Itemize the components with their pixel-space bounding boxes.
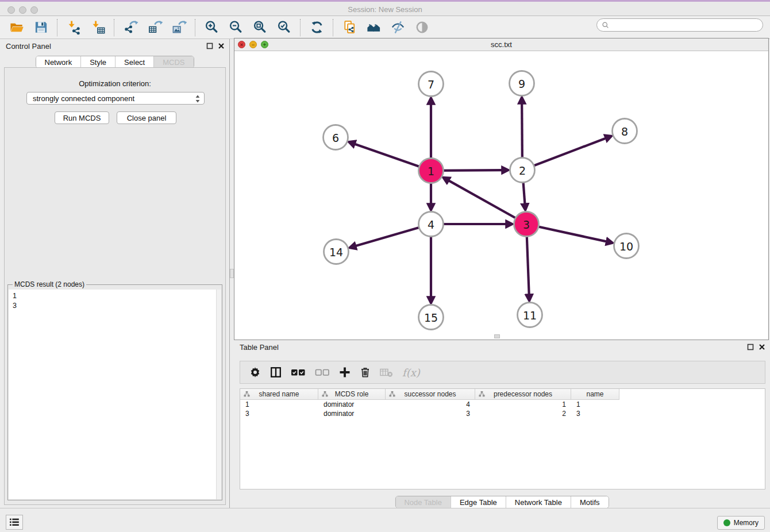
status-bar: Memory (0, 508, 770, 532)
import-table-icon[interactable] (88, 18, 107, 37)
delete-table-icon[interactable] (380, 368, 393, 377)
zoom-selected-icon[interactable] (274, 18, 294, 37)
graph-node-9[interactable]: 9 (510, 71, 534, 96)
canvas-scroll-handle[interactable] (494, 334, 500, 338)
delete-row-icon[interactable] (360, 367, 371, 378)
column-header-predecessor-nodes[interactable]: predecessor nodes (475, 389, 571, 400)
memory-button[interactable]: Memory (717, 516, 765, 530)
graph-node-6[interactable]: 6 (324, 125, 348, 150)
table-cell[interactable]: 4 (386, 400, 475, 408)
float-table-panel-icon[interactable] (747, 344, 754, 350)
close-table-panel-icon[interactable] (759, 344, 765, 350)
mcds-result-textarea[interactable]: 1 3 (9, 290, 221, 499)
select-all-icon[interactable] (291, 368, 306, 377)
tab-style[interactable]: Style (80, 56, 115, 68)
graph-node-1[interactable]: 1 (419, 159, 444, 183)
memory-status-icon (723, 519, 730, 526)
svg-text:1: 1 (428, 165, 434, 178)
mcds-panel: Optimization criterion: strongly connect… (4, 67, 226, 505)
table-cell[interactable]: 3 (386, 410, 475, 418)
table-row[interactable]: 1dominator411 (240, 400, 765, 409)
tab-node-table[interactable]: Node Table (395, 496, 451, 508)
svg-text:14: 14 (329, 246, 343, 259)
svg-text:9: 9 (518, 78, 525, 90)
table-cell[interactable]: 3 (240, 410, 318, 418)
zoom-out-icon[interactable] (226, 18, 245, 37)
run-mcds-button[interactable]: Run MCDS (55, 111, 109, 124)
node-table: shared nameMCDS rolesuccessor nodesprede… (240, 388, 765, 489)
result-scrollbar[interactable] (216, 290, 221, 499)
tab-select[interactable]: Select (115, 56, 153, 68)
zoom-in-icon[interactable] (202, 18, 221, 37)
float-panel-icon[interactable] (206, 43, 213, 49)
show-all-networks-icon[interactable] (364, 18, 383, 37)
search-box[interactable] (596, 18, 763, 32)
column-header-name[interactable]: name (571, 389, 619, 400)
column-header-shared-name[interactable]: shared name (240, 389, 318, 400)
svg-text:6: 6 (332, 132, 339, 144)
mcds-result-text: 1 3 (9, 290, 221, 311)
graph-node-8[interactable]: 8 (613, 119, 637, 144)
criterion-select[interactable]: strongly connected component (26, 92, 205, 105)
svg-text:4: 4 (428, 218, 434, 231)
tab-network[interactable]: Network (36, 56, 80, 68)
app-titlebar: Session: New Session (0, 0, 770, 16)
export-network-icon[interactable] (121, 18, 140, 37)
panel-splitter[interactable] (230, 39, 234, 508)
table-cell[interactable]: 2 (475, 410, 571, 418)
tree-icon (322, 391, 328, 398)
splitter-handle[interactable] (230, 269, 234, 278)
table-row[interactable]: 3dominator323 (240, 409, 765, 418)
toggle-style-icon[interactable] (388, 18, 407, 37)
open-session-icon[interactable] (7, 18, 26, 37)
close-panel-icon[interactable] (218, 43, 225, 49)
tab-mcds[interactable]: MCDS (153, 56, 193, 68)
select-stepper-icon (195, 94, 201, 103)
add-column-icon[interactable] (339, 367, 351, 378)
graph-node-14[interactable]: 14 (324, 240, 349, 264)
table-cell[interactable]: dominator (318, 400, 386, 408)
graph-node-11[interactable]: 11 (518, 303, 542, 327)
graph-node-10[interactable]: 10 (614, 234, 639, 259)
network-canvas[interactable]: 7968124314101511 (234, 51, 768, 340)
toggle-visibility-icon[interactable] (412, 18, 432, 37)
list-icon (9, 518, 20, 527)
table-cell[interactable]: 3 (571, 410, 619, 418)
save-session-icon[interactable] (31, 18, 51, 37)
column-header-MCDS-role[interactable]: MCDS role (318, 389, 386, 400)
graph-node-7[interactable]: 7 (419, 72, 444, 97)
toolbar-separator (300, 19, 301, 36)
table-cell[interactable]: 1 (240, 400, 318, 408)
import-network-icon[interactable] (64, 18, 83, 37)
duplicate-network-icon[interactable] (340, 18, 359, 37)
table-cell[interactable]: 1 (475, 400, 571, 408)
svg-text:2: 2 (519, 164, 526, 177)
mcds-result-group: MCDS result (2 nodes) 1 3 (7, 284, 222, 500)
export-table-icon[interactable] (145, 18, 164, 37)
graph-node-2[interactable]: 2 (510, 158, 535, 183)
graph-node-3[interactable]: 3 (514, 212, 539, 237)
column-header-successor-nodes[interactable]: successor nodes (386, 389, 475, 400)
graph-edge-2-8[interactable] (522, 138, 606, 170)
table-cell[interactable]: dominator (318, 410, 386, 418)
graph-node-4[interactable]: 4 (419, 212, 444, 237)
toolbar-separator (333, 19, 333, 36)
refresh-icon[interactable] (307, 18, 326, 37)
export-image-icon[interactable] (169, 18, 188, 37)
tab-motifs[interactable]: Motifs (571, 496, 609, 508)
tab-network-table[interactable]: Network Table (506, 496, 571, 508)
function-builder-icon[interactable]: f(x) (402, 367, 420, 379)
task-history-button[interactable] (6, 515, 23, 530)
close-panel-button[interactable]: Close panel (117, 111, 176, 124)
show-columns-icon[interactable] (270, 367, 282, 378)
svg-text:7: 7 (428, 78, 434, 91)
search-input[interactable] (613, 21, 758, 29)
graph-edge-3-1[interactable] (449, 180, 526, 224)
deselect-all-icon[interactable] (315, 368, 330, 377)
graph-node-15[interactable]: 15 (419, 305, 444, 330)
zoom-fit-icon[interactable] (250, 18, 270, 37)
table-cell[interactable]: 1 (571, 400, 619, 408)
svg-text:10: 10 (619, 240, 633, 253)
tab-edge-table[interactable]: Edge Table (451, 496, 506, 508)
table-settings-icon[interactable] (249, 367, 261, 378)
